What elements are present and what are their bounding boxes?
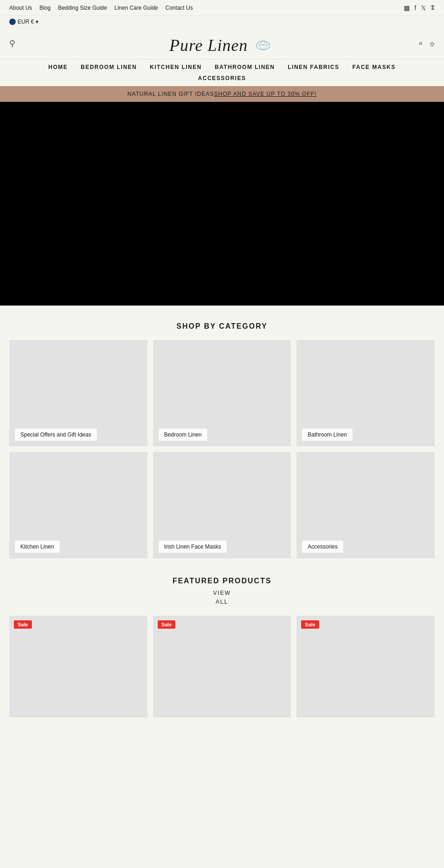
category-label-kitchen-linen: Kitchen Linen <box>15 541 60 553</box>
bedding-size-guide-link[interactable]: Bedding Size Guide <box>58 5 107 11</box>
nav-bathroom-linen[interactable]: BATHROOM LINEN <box>215 64 275 70</box>
category-card-accessories[interactable]: Accessories <box>296 452 435 558</box>
category-label-bedroom-linen: Bedroom Linen <box>159 429 207 441</box>
nav-face-masks[interactable]: FACE MASKS <box>352 64 396 70</box>
logo-icon <box>252 36 275 55</box>
category-card-kitchen-linen[interactable]: Kitchen Linen <box>9 452 148 558</box>
top-bar: About Us Blog Bedding Size Guide Linen C… <box>0 0 444 16</box>
instagram-icon[interactable]: ▩ <box>404 4 410 12</box>
currency-flag <box>9 19 16 25</box>
nav-linen-fabrics[interactable]: LINEN FABRICS <box>288 64 339 70</box>
category-card-face-masks[interactable]: Irish Linen Face Masks <box>153 452 291 558</box>
sale-badge-1: Sale <box>14 620 32 629</box>
twitter-icon[interactable]: 𝕏 <box>421 4 426 12</box>
currency-chevron: ▾ <box>36 19 38 25</box>
category-label-special-offers: Special Offers and Gift Ideas <box>15 429 97 441</box>
category-card-bedroom-linen[interactable]: Bedroom Linen <box>153 340 291 446</box>
product-card-3[interactable]: Sale <box>296 616 435 718</box>
account-icon[interactable]: ⚬ <box>417 38 424 49</box>
category-card-bathroom-linen[interactable]: Bathroom Linen <box>296 340 435 446</box>
logo-text[interactable]: Pure Linen <box>169 36 248 55</box>
product-card-1[interactable]: Sale <box>9 616 148 718</box>
contact-us-link[interactable]: Contact Us <box>166 5 193 11</box>
linen-care-guide-link[interactable]: Linen Care Guide <box>114 5 158 11</box>
category-label-bathroom-linen: Bathroom Linen <box>302 429 352 441</box>
category-label-accessories: Accessories <box>302 541 343 553</box>
nav-kitchen-linen[interactable]: KITCHEN LINEN <box>150 64 202 70</box>
about-us-link[interactable]: About Us <box>9 5 32 11</box>
pinterest-icon[interactable]: 𝕿 <box>431 4 435 12</box>
cart-icon[interactable]: ⎒ <box>430 39 435 49</box>
featured-products-title: FEATURED PRODUCTS <box>0 568 444 589</box>
nav-row2: ACCESSORIES <box>0 75 444 86</box>
sale-badge-3: Sale <box>301 620 319 629</box>
search-icon[interactable]: ⚲ <box>9 38 15 49</box>
promo-prefix: NATURAL LINEN GIFT IDEAS <box>128 91 214 97</box>
currency-bar: EUR € ▾ <box>0 16 444 28</box>
product-grid: Sale Sale Sale <box>0 616 444 736</box>
promo-link[interactable]: Shop and Save up to 30% Off! <box>214 91 317 97</box>
category-label-face-masks: Irish Linen Face Masks <box>159 541 227 553</box>
category-card-special-offers[interactable]: Special Offers and Gift Ideas <box>9 340 148 446</box>
shop-by-category-title: SHOP BY CATEGORY <box>0 306 444 340</box>
top-bar-links: About Us Blog Bedding Size Guide Linen C… <box>9 5 193 11</box>
header: ⚲ Pure Linen ⚬ ⎒ <box>0 28 444 59</box>
nav-bedroom-linen[interactable]: BEDROOM LINEN <box>81 64 137 70</box>
social-icons: ▩ f 𝕏 𝕿 <box>404 4 435 12</box>
blog-link[interactable]: Blog <box>39 5 50 11</box>
product-card-2[interactable]: Sale <box>153 616 291 718</box>
currency-selector[interactable]: EUR € ▾ <box>9 19 435 25</box>
sale-badge-2: Sale <box>158 620 176 629</box>
nav-home[interactable]: HOME <box>49 64 68 70</box>
currency-label: EUR € <box>18 19 34 25</box>
category-grid: Special Offers and Gift Ideas Bedroom Li… <box>0 340 444 568</box>
view-all-button[interactable]: VIEWALL <box>0 589 444 616</box>
nav-accessories[interactable]: ACCESSORIES <box>198 75 246 81</box>
hero-image <box>0 102 444 306</box>
facebook-icon[interactable]: f <box>414 4 416 12</box>
logo-area: Pure Linen <box>169 36 275 55</box>
main-nav: HOME BEDROOM LINEN KITCHEN LINEN BATHROO… <box>0 59 444 75</box>
promo-bar: NATURAL LINEN GIFT IDEASShop and Save up… <box>0 86 444 102</box>
